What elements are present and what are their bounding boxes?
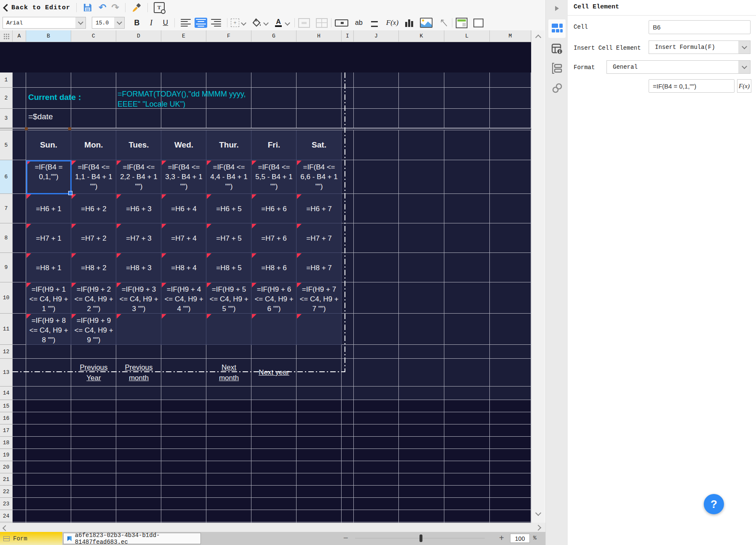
row-header-11[interactable]: 11 <box>0 314 13 345</box>
column-header-J[interactable]: J <box>354 30 399 42</box>
cell-F20[interactable] <box>206 461 251 473</box>
cell-M8[interactable] <box>490 223 531 253</box>
cell-M1[interactable] <box>490 72 531 88</box>
cell-C14[interactable] <box>71 387 116 400</box>
cell-K9[interactable] <box>399 253 444 282</box>
cell-E20[interactable] <box>161 461 206 473</box>
cell-J8[interactable] <box>354 223 399 253</box>
cell-D18[interactable] <box>116 437 161 449</box>
cell-I3[interactable] <box>342 109 354 128</box>
cell-M14[interactable] <box>490 387 531 400</box>
cell-C12[interactable] <box>71 345 116 359</box>
cell-I20[interactable] <box>342 461 354 473</box>
cell-G16[interactable] <box>251 412 297 424</box>
cell-K15[interactable] <box>399 400 444 412</box>
format-dropdown[interactable] <box>738 61 750 73</box>
column-header-E[interactable]: E <box>161 30 206 42</box>
form-tab[interactable]: Form <box>0 532 62 545</box>
insert-chart-button[interactable] <box>405 19 413 27</box>
cell-C19[interactable] <box>71 449 116 461</box>
cell-L23[interactable] <box>444 498 490 510</box>
cell-D21[interactable] <box>116 473 161 486</box>
cell-F14[interactable] <box>206 387 251 400</box>
cell-I6[interactable] <box>342 160 354 194</box>
cell-K17[interactable] <box>399 424 444 437</box>
cell-C21[interactable] <box>71 473 116 486</box>
cell-B24[interactable] <box>26 510 71 522</box>
cell-M10[interactable] <box>490 282 531 314</box>
scroll-down-icon[interactable] <box>535 510 541 516</box>
cell-M2[interactable] <box>490 88 531 109</box>
row-header-21[interactable]: 21 <box>0 473 13 486</box>
cell-H19[interactable] <box>297 449 342 461</box>
column-header-K[interactable]: K <box>399 30 444 42</box>
cell-D22[interactable] <box>116 486 161 498</box>
cell-G20[interactable] <box>251 461 297 473</box>
cell-H12[interactable] <box>297 345 342 359</box>
column-header-G[interactable]: G <box>251 30 297 42</box>
cell-J10[interactable] <box>354 282 399 314</box>
cell-I11[interactable] <box>342 314 354 345</box>
cell-I8[interactable] <box>342 223 354 253</box>
cell-B19[interactable] <box>26 449 71 461</box>
horizontal-scrollbar[interactable] <box>0 523 531 532</box>
cell-C23[interactable] <box>71 498 116 510</box>
cell-J11[interactable] <box>354 314 399 345</box>
cell-C17[interactable] <box>71 424 116 437</box>
cell-L22[interactable] <box>444 486 490 498</box>
cell-A5[interactable] <box>13 130 26 160</box>
cell-L17[interactable] <box>444 424 490 437</box>
cell-A14[interactable] <box>13 387 26 400</box>
row-header-6[interactable]: 6 <box>0 160 13 194</box>
cell-H14[interactable] <box>297 387 342 400</box>
cell-J7[interactable] <box>354 194 399 223</box>
row-header-18[interactable]: 18 <box>0 437 13 449</box>
cell-D20[interactable] <box>116 461 161 473</box>
cell-M22[interactable] <box>490 486 531 498</box>
cell-C20[interactable] <box>71 461 116 473</box>
cell-A6[interactable] <box>13 160 26 194</box>
align-right-button[interactable] <box>210 18 222 28</box>
cell-B15[interactable] <box>26 400 71 412</box>
cell-F12[interactable] <box>206 345 251 359</box>
cell-D17[interactable] <box>116 424 161 437</box>
scroll-right-icon[interactable] <box>535 525 541 531</box>
row-header-12[interactable]: 12 <box>0 345 13 359</box>
cell-G15[interactable] <box>251 400 297 412</box>
cell-F17[interactable] <box>206 424 251 437</box>
cell-J3[interactable] <box>354 109 399 128</box>
nav-link-previous-month[interactable]: Previous month <box>116 362 161 384</box>
cell-K18[interactable] <box>399 437 444 449</box>
italic-button[interactable]: I <box>146 19 157 27</box>
borders-button[interactable]: + <box>231 19 239 27</box>
merge-cells-button[interactable] <box>298 18 310 28</box>
cell-L6[interactable] <box>444 160 490 194</box>
cell-I14[interactable] <box>342 387 354 400</box>
cell-D14[interactable] <box>116 387 161 400</box>
cell-E24[interactable] <box>161 510 206 522</box>
cell-M21[interactable] <box>490 473 531 486</box>
cell-L3[interactable] <box>444 109 490 128</box>
cell-M20[interactable] <box>490 461 531 473</box>
cell-E3[interactable] <box>161 109 206 128</box>
cell-J14[interactable] <box>354 387 399 400</box>
help-button[interactable]: ? <box>704 494 724 514</box>
cell-F22[interactable] <box>206 486 251 498</box>
row-header-5[interactable]: 5 <box>0 130 13 160</box>
cell-I22[interactable] <box>342 486 354 498</box>
cell-J9[interactable] <box>354 253 399 282</box>
cell-H23[interactable] <box>297 498 342 510</box>
cell-F18[interactable] <box>206 437 251 449</box>
cell-C22[interactable] <box>71 486 116 498</box>
cell-L15[interactable] <box>444 400 490 412</box>
row-header-3[interactable]: 3 <box>0 109 13 128</box>
table-grid-button[interactable] <box>316 18 328 28</box>
cell-L16[interactable] <box>444 412 490 424</box>
cell-I7[interactable] <box>342 194 354 223</box>
undo-button[interactable]: ↶ <box>99 3 106 12</box>
cell-F21[interactable] <box>206 473 251 486</box>
row-header-15[interactable]: 15 <box>0 400 13 412</box>
cell-F15[interactable] <box>206 400 251 412</box>
column-header-A[interactable]: A <box>13 30 26 42</box>
insert-formula-button[interactable]: F(x) <box>386 19 398 27</box>
